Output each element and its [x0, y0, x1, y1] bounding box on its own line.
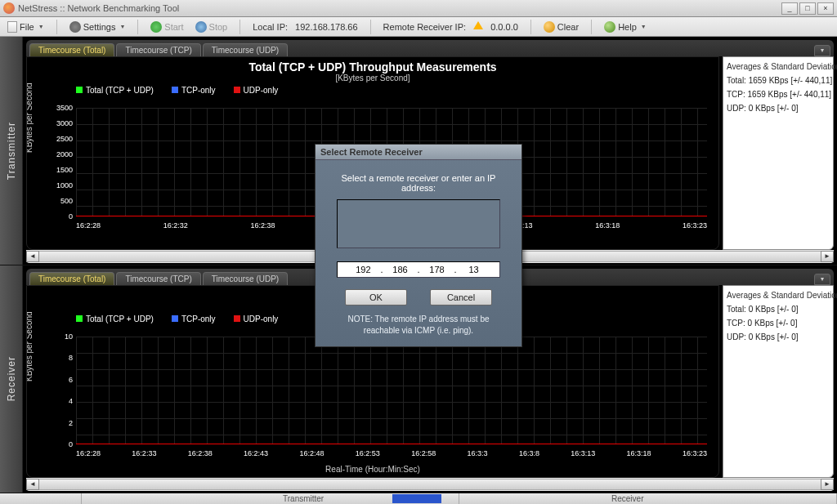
stat-tcp: TCP: 1659 KBps [+/- 440,11] [727, 90, 830, 99]
tab-udp[interactable]: Timecourse (UDP) [203, 43, 288, 56]
remote-ip-label: Remote Receiver IP: 0.0.0.0 [381, 22, 521, 32]
start-button[interactable]: Start [148, 21, 186, 33]
stop-button[interactable]: Stop [193, 21, 231, 33]
scroll-left-button[interactable]: ◄ [26, 251, 39, 262]
stat-udp: UDP: 0 KBps [+/- 0] [727, 104, 830, 113]
stop-icon [195, 21, 207, 33]
chart-title: Total (TCP + UDP) Throughput Measurement… [27, 57, 718, 74]
tab-overflow-button[interactable]: ▾ [814, 274, 830, 285]
dialog-note: NOTE: The remote IP address must be reac… [329, 314, 508, 337]
transmitter-sidebar: Transmitter [0, 37, 23, 265]
maximize-button[interactable]: □ [799, 2, 816, 15]
local-ip-value: 192.168.178.66 [295, 22, 357, 32]
file-icon [7, 21, 17, 33]
ok-button[interactable]: OK [345, 289, 407, 306]
transmitter-progress [392, 494, 441, 503]
chart-legend: Total (TCP + UDP) TCP-only UDP-only [27, 83, 718, 96]
dialog-prompt: Select a remote receiver or enter an IP … [329, 173, 508, 193]
status-receiver-label: Receiver [611, 494, 643, 503]
stat-total: Total: 1659 KBps [+/- 440,11] [727, 76, 830, 85]
x-axis-label: Real-Time (Hour:Min:Sec) [27, 465, 718, 474]
plot-area [76, 337, 707, 445]
tab-udp[interactable]: Timecourse (UDP) [203, 272, 288, 285]
scroll-right-button[interactable]: ► [821, 251, 834, 262]
settings-menu[interactable]: Settings▼ [67, 21, 128, 33]
scroll-right-button[interactable]: ► [821, 479, 834, 490]
status-transmitter-label: Transmitter [283, 494, 324, 503]
file-menu[interactable]: File▼ [5, 21, 47, 33]
receiver-sidebar: Receiver [0, 265, 23, 493]
stat-tcp: TCP: 0 KBps [+/- 0] [727, 319, 830, 328]
y-axis-label: KBytes per Second [26, 311, 34, 381]
status-bar: Transmitter Receiver [0, 493, 837, 504]
minimize-button[interactable]: _ [781, 2, 798, 15]
tab-overflow-button[interactable]: ▾ [814, 45, 830, 56]
play-icon [150, 21, 162, 33]
remote-ip-value[interactable]: 0.0.0.0 [490, 22, 518, 32]
chart-hscrollbar[interactable]: ◄ ► [26, 478, 834, 491]
help-icon [604, 21, 615, 33]
receiver-stats: Averages & Standard Deviation Total: 0 K… [723, 285, 834, 479]
tab-total[interactable]: Timecourse (Total) [29, 43, 114, 56]
clear-button[interactable]: Clear [541, 21, 581, 33]
x-ticks: 16:2:2816:2:3316:2:3816:2:4316:2:4816:2:… [76, 449, 707, 457]
chart-subtitle: [KBytes per Second] [27, 74, 718, 83]
close-button[interactable]: × [817, 2, 834, 15]
cancel-button[interactable]: Cancel [430, 289, 492, 306]
receiver-listbox[interactable] [337, 199, 500, 248]
star-icon[interactable] [473, 21, 483, 29]
clear-icon [544, 21, 555, 33]
transmitter-tabstrip: Timecourse (Total) Timecourse (TCP) Time… [26, 40, 834, 56]
y-ticks: 0246810 [42, 337, 73, 445]
main-toolbar: File▼ Settings▼ Start Stop Local IP: 192… [0, 17, 837, 37]
dialog-title: Select Remote Receiver [316, 145, 521, 160]
stat-total: Total: 0 KBps [+/- 0] [727, 305, 830, 314]
local-ip-label: Local IP: 192.168.178.66 [250, 22, 360, 32]
app-icon [3, 2, 15, 14]
ip-address-input[interactable]: 192.186.178.13 [337, 261, 500, 278]
y-axis-label: KBytes per Second [26, 83, 34, 154]
stat-udp: UDP: 0 KBps [+/- 0] [727, 332, 830, 341]
tab-total[interactable]: Timecourse (Total) [29, 272, 114, 285]
help-menu[interactable]: Help▼ [602, 21, 649, 33]
window-titlebar: NetStress :: Network Benchmarking Tool _… [0, 0, 837, 17]
window-title: NetStress :: Network Benchmarking Tool [18, 3, 179, 13]
transmitter-stats: Averages & Standard Deviation Total: 165… [723, 56, 834, 250]
gear-icon [69, 21, 81, 33]
tab-tcp[interactable]: Timecourse (TCP) [116, 43, 200, 56]
scroll-track[interactable] [39, 479, 821, 490]
y-ticks: 0500100015002000250030003500 [42, 108, 73, 216]
tab-tcp[interactable]: Timecourse (TCP) [116, 272, 200, 285]
select-remote-receiver-dialog: Select Remote Receiver Select a remote r… [315, 144, 522, 347]
scroll-left-button[interactable]: ◄ [26, 479, 39, 490]
